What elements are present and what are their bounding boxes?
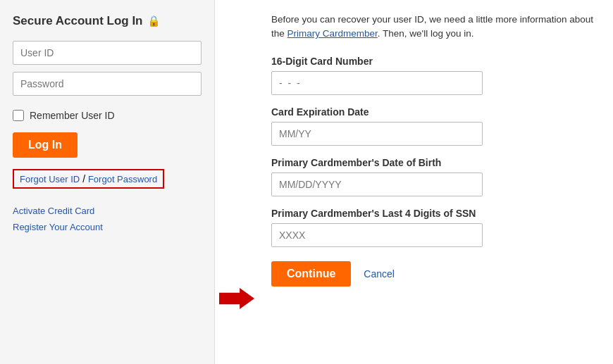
expiration-date-group: Card Expiration Date xyxy=(271,106,596,146)
dob-label: Primary Cardmember's Date of Birth xyxy=(271,157,596,168)
forgot-password-link[interactable]: Forgot Password xyxy=(88,174,157,184)
activate-credit-card-link[interactable]: Activate Credit Card xyxy=(13,206,202,216)
svg-marker-0 xyxy=(219,288,254,309)
expiration-date-input[interactable] xyxy=(271,122,483,146)
login-button[interactable]: Log In xyxy=(13,132,78,158)
password-input[interactable] xyxy=(13,72,202,96)
cancel-link[interactable]: Cancel xyxy=(364,268,395,280)
primary-cardmember-link[interactable]: Primary Cardmember xyxy=(287,28,378,39)
card-number-input[interactable] xyxy=(271,71,483,95)
intro-text: Before you can recover your user ID, we … xyxy=(271,13,596,42)
left-panel: Secure Account Log In 🔒 Remember User ID… xyxy=(0,0,215,364)
forgot-link-box: Forgot User ID / Forgot Password xyxy=(13,169,164,189)
userid-input[interactable] xyxy=(13,41,202,65)
dob-input[interactable] xyxy=(271,172,483,196)
forgot-userid-link[interactable]: Forgot User ID xyxy=(20,174,80,184)
card-number-group: 16-Digit Card Number xyxy=(271,56,596,95)
remember-checkbox[interactable] xyxy=(13,110,24,121)
remember-label: Remember User ID xyxy=(30,110,115,121)
bottom-actions: Continue Cancel xyxy=(271,261,596,287)
continue-button[interactable]: Continue xyxy=(271,261,351,287)
right-panel: Before you can recover your user ID, we … xyxy=(257,0,613,364)
remember-row: Remember User ID xyxy=(13,110,202,121)
lock-icon: 🔒 xyxy=(147,15,161,27)
arrow-container xyxy=(215,0,257,364)
ssn-group: Primary Cardmember's Last 4 Digits of SS… xyxy=(271,208,596,247)
ssn-label: Primary Cardmember's Last 4 Digits of SS… xyxy=(271,208,596,219)
card-number-label: 16-Digit Card Number xyxy=(271,56,596,67)
intro-after-link: . Then, we'll log you in. xyxy=(378,28,474,39)
forgot-separator: / xyxy=(80,173,88,184)
expiration-date-label: Card Expiration Date xyxy=(271,106,596,118)
secure-login-title: Secure Account Log In 🔒 xyxy=(13,14,202,28)
title-text: Secure Account Log In xyxy=(13,14,143,28)
register-account-link[interactable]: Register Your Account xyxy=(13,222,202,232)
dob-group: Primary Cardmember's Date of Birth xyxy=(271,157,596,196)
ssn-input[interactable] xyxy=(271,223,483,247)
right-arrow-icon xyxy=(219,286,254,311)
